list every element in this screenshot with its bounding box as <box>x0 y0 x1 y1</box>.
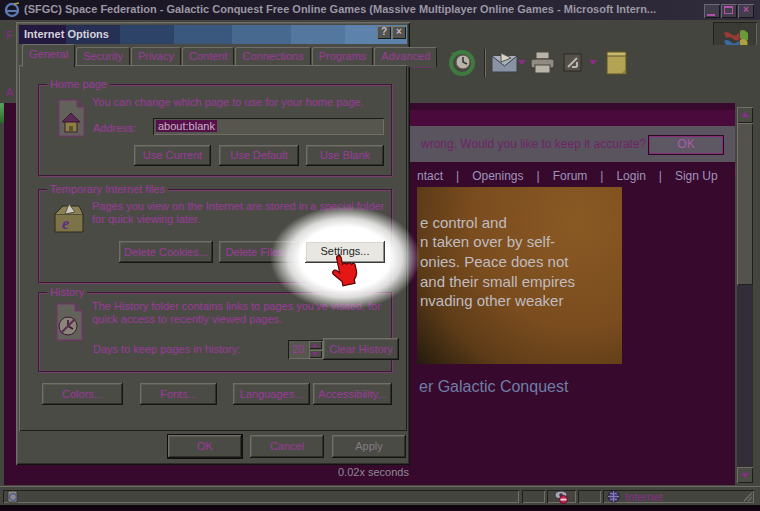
home-page-icon <box>57 98 87 138</box>
nav-link-forum[interactable]: Forum <box>553 169 588 183</box>
home-address-value: about:blank <box>156 120 217 132</box>
history-days-value: 20 <box>292 343 304 355</box>
clear-history-button[interactable]: Clear History <box>323 338 399 360</box>
close-button[interactable]: × <box>738 4 754 18</box>
planet-text-line: n taken over by self- <box>420 233 555 250</box>
use-blank-button[interactable]: Use Blank <box>306 145 384 166</box>
nav-link-login[interactable]: Login <box>616 169 645 183</box>
spin-up-button[interactable] <box>309 341 322 349</box>
internet-zone-icon <box>607 490 620 503</box>
arrow-down-icon <box>312 352 318 356</box>
timing-text: 0.02x seconds <box>338 466 409 478</box>
temporary-files-icon: e <box>53 202 87 236</box>
privacy-report-icon[interactable] <box>554 490 569 504</box>
temporary-files-description-2: for quick viewing later. <box>92 213 200 226</box>
use-default-button[interactable]: Use Default <box>219 145 299 166</box>
delete-cookies-button[interactable]: Delete Cookies... <box>119 241 213 263</box>
dialog-titlebar[interactable]: Internet Options <box>19 25 407 44</box>
status-privacy-panel <box>547 490 576 503</box>
scroll-down-button[interactable] <box>737 467 753 483</box>
apply-button[interactable]: Apply <box>332 435 406 458</box>
use-current-button[interactable]: Use Current <box>134 145 211 166</box>
tab-connections[interactable]: Connections <box>235 47 310 67</box>
toolbar-separator <box>484 49 486 77</box>
tab-advanced[interactable]: Advanced <box>374 47 437 67</box>
home-page-legend: Home page <box>47 78 110 91</box>
nav-separator: | <box>659 169 662 183</box>
status-bar: Internet <box>0 486 760 505</box>
status-zone-label: Internet <box>625 491 662 503</box>
dialog-tabs: General Security Privacy Content Connect… <box>22 45 438 67</box>
status-panel <box>578 490 601 503</box>
page-caption-partial: er Galactic Conquest <box>419 378 568 396</box>
planet-text-line: nvading other weaker <box>420 292 563 309</box>
arrow-up-icon <box>741 112 749 117</box>
dialog-close-button[interactable]: × <box>392 26 406 39</box>
scroll-up-button[interactable] <box>737 107 753 123</box>
mail-button[interactable] <box>491 52 518 74</box>
notice-ok-button[interactable]: OK <box>648 135 724 155</box>
temporary-files-legend: Temporary Internet files <box>47 183 168 196</box>
ok-button[interactable]: OK <box>168 435 242 458</box>
more-tools-dropdown-icon[interactable] <box>589 60 597 65</box>
notice-text: wrong. Would you like to keep it accurat… <box>421 137 646 151</box>
dialog-help-button[interactable]: ? <box>377 26 391 39</box>
maximize-icon <box>724 6 733 14</box>
status-main-panel <box>3 490 519 503</box>
spin-down-button[interactable] <box>309 350 322 358</box>
nav-link-contact[interactable]: ntact <box>417 169 443 183</box>
history-button[interactable] <box>447 49 477 77</box>
mail-dropdown-icon[interactable] <box>518 60 526 65</box>
page-notice-header <box>404 110 735 126</box>
page-status-icon <box>7 491 19 503</box>
history-days-label: Days to keep pages in history: <box>93 343 240 356</box>
arrow-down-icon <box>741 473 749 478</box>
nav-link-openings[interactable]: Openings <box>472 169 523 183</box>
cancel-button[interactable]: Cancel <box>250 435 324 458</box>
nav-link-signup[interactable]: Sign Up <box>675 169 718 183</box>
screen: (SFGC) Space Federation - Galactic Conqu… <box>0 0 760 511</box>
page-notice-box: wrong. Would you like to keep it accurat… <box>404 126 735 162</box>
print-button[interactable] <box>529 51 556 75</box>
maximize-button[interactable] <box>721 4 737 18</box>
minimize-button[interactable] <box>704 4 720 18</box>
home-address-label: Address: <box>93 122 136 135</box>
menu-file-partial[interactable]: F <box>6 29 13 41</box>
edit-button[interactable] <box>604 50 629 76</box>
colors-button[interactable]: Colors... <box>42 383 123 405</box>
languages-button[interactable]: Languages... <box>233 383 310 405</box>
planet-text-line: e control and <box>420 214 507 231</box>
tab-programs[interactable]: Programs <box>312 47 374 67</box>
home-page-description: You can change which page to use for you… <box>92 96 364 109</box>
address-label-partial: A <box>6 86 13 98</box>
history-icon <box>55 302 85 342</box>
tab-content[interactable]: Content <box>182 47 235 67</box>
internet-options-dialog: Internet Options ? × General Security Pr… <box>16 22 410 465</box>
nav-separator: | <box>537 169 540 183</box>
fonts-button[interactable]: Fonts... <box>140 383 217 405</box>
scrollbar-thumb[interactable] <box>737 123 753 285</box>
spinner-buttons <box>309 341 322 358</box>
page-nav: ntact | Openings | Forum | Login | Sign … <box>417 169 718 183</box>
screen-edge-strip <box>0 505 760 511</box>
home-address-input[interactable]: about:blank <box>153 118 384 135</box>
planet-text-line: onies. Peace does not <box>420 253 568 270</box>
fullscreen-button[interactable] <box>563 53 582 72</box>
history-days-spinner[interactable]: 20 <box>288 340 323 359</box>
history-legend: History <box>47 286 87 299</box>
nav-separator: | <box>456 169 459 183</box>
browser-titlebar: (SFGC) Space Federation - Galactic Conqu… <box>0 0 760 20</box>
accessibility-button[interactable]: Accessibility... <box>313 383 392 405</box>
ie-logo-icon <box>4 2 20 18</box>
nav-separator: | <box>600 169 603 183</box>
svg-text:e: e <box>62 215 69 232</box>
history-description-2: quick access to recently viewed pages. <box>92 313 282 326</box>
minimize-icon <box>707 14 715 16</box>
resize-grip[interactable] <box>743 492 753 502</box>
planet-image: e control and n taken over by self- onie… <box>417 187 622 364</box>
tab-security[interactable]: Security <box>76 47 130 67</box>
tab-general[interactable]: General <box>22 44 75 67</box>
arrow-up-icon <box>312 343 318 347</box>
tab-privacy[interactable]: Privacy <box>131 47 181 67</box>
home-page-group: Home page You can change which page to u… <box>38 84 392 176</box>
